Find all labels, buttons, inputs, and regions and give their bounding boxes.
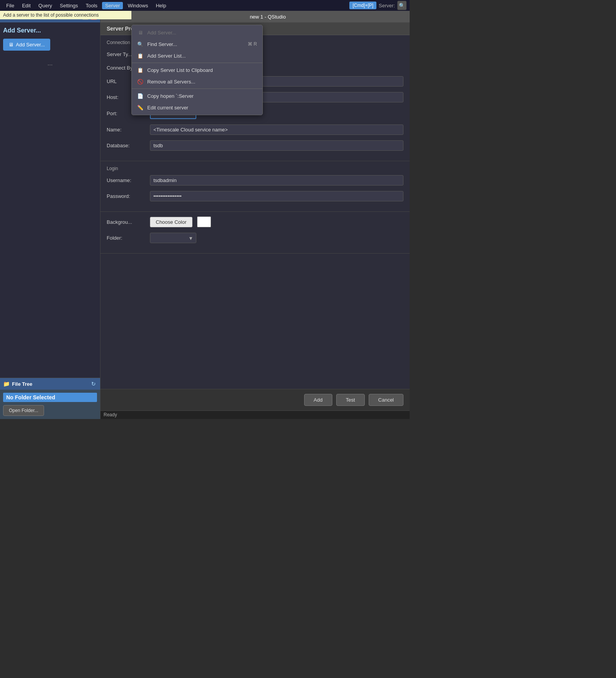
cmd-shortcut-btn[interactable]: [Cmd]+[P] [349,2,376,9]
file-tree-header: 📁 File Tree ↻ [0,378,100,390]
tooltip-text: Add a server to the list of possible con… [3,12,99,18]
menu-tools[interactable]: Tools [83,2,100,9]
background-section: Backgrou... Choose Color Folder: ▼ [100,212,410,254]
copy-server-list-icon: 📋 [137,67,143,73]
window-title: new 1 - QStudio [250,14,286,20]
menu-query[interactable]: Query [35,2,55,9]
server-search-icon: 🔍 [399,3,405,9]
color-preview[interactable] [197,216,211,227]
add-server-list-icon: 📋 [137,53,143,59]
login-section-title: Login [107,166,403,171]
folder-label: Folder: [107,235,145,241]
status-bar: Ready [100,411,410,419]
dropdown-edit-server-label: Edit current server [147,105,188,111]
dropdown-add-server-label: Add Server... [147,30,176,36]
menu-bar: File Edit Query Settings Tools Server Wi… [0,0,410,11]
menu-help[interactable]: Help [153,2,169,9]
dropdown-copy-server-list-label: Copy Server List to Clipboard [147,67,213,73]
server-tree-content: Add Server... 🖥 Add Server... ··· [0,22,100,378]
menu-file[interactable]: File [3,2,17,9]
database-row: Database: [107,140,403,151]
no-folder-label: No Folder Selected [3,393,97,402]
dropdown-add-server-list-label: Add Server List... [147,53,186,59]
name-label: Name: [107,127,145,133]
dropdown-copy-hopen[interactable]: 📄 Copy hopen `:Server [132,90,262,102]
edit-server-icon: ✏️ [137,104,143,111]
status-text: Ready [104,412,117,417]
password-label: Password: [107,193,145,199]
menu-settings[interactable]: Settings [57,2,81,9]
remove-all-servers-icon: 🚫 [137,78,143,85]
add-button[interactable]: Add [304,394,332,406]
username-label: Username: [107,177,145,183]
left-panel: 🖥 Server Tree ↻ ✕ Add Server... 🖥 Add Se… [0,11,100,419]
dropdown-find-server[interactable]: 🔍 Find Server... ⌘ R [132,38,262,50]
username-row: Username: [107,175,403,186]
username-input[interactable] [150,175,403,186]
file-tree-panel: 📁 File Tree ↻ No Folder Selected Open Fo… [0,378,100,419]
background-row: Backgrou... Choose Color [107,216,403,227]
add-server-label: Add Server... [3,26,97,36]
menu-windows[interactable]: Windows [124,2,151,9]
add-server-btn-icon: 🖥 [9,42,14,48]
find-server-icon: 🔍 [137,41,143,47]
folder-select-wrapper: ▼ [150,233,196,243]
folder-row: Folder: ▼ [107,233,403,243]
form-actions: Add Test Cancel [100,389,410,411]
file-tree-refresh-btn[interactable]: ↻ [90,380,97,387]
dropdown-separator-2 [132,89,262,89]
file-tree-content: No Folder Selected Open Folder... [0,390,100,419]
dropdown-find-server-label: Find Server... [147,41,177,47]
name-row: Name: [107,124,403,135]
dropdown-remove-all-servers-label: Remove all Servers... [147,79,195,85]
server-tree-ellipsis: ··· [3,61,97,68]
window-title-bar: new 1 - QStudio [100,11,410,22]
test-button[interactable]: Test [336,394,365,406]
database-label: Database: [107,143,145,148]
folder-select[interactable] [150,233,196,243]
file-tree-title: File Tree [12,381,88,387]
dropdown-add-server[interactable]: 🖥 Add Server... [132,27,262,38]
password-row: Password: [107,191,403,201]
file-tree-icon: 📁 [3,381,10,387]
find-server-shortcut: ⌘ R [248,41,257,47]
login-section: Login Username: Password: [100,161,410,212]
open-folder-btn[interactable]: Open Folder... [3,405,44,416]
background-label: Backgrou... [107,219,145,225]
add-server-icon: 🖥 [137,29,143,36]
dropdown-add-server-list[interactable]: 📋 Add Server List... [132,50,262,61]
dropdown-separator-1 [132,63,262,63]
dropdown-remove-all-servers[interactable]: 🚫 Remove all Servers... [132,76,262,87]
choose-color-btn[interactable]: Choose Color [150,217,192,227]
server-label: Server: [379,3,395,9]
tooltip-bar: Add a server to the list of possible con… [0,11,131,19]
copy-hopen-icon: 📄 [137,93,143,99]
server-search-btn[interactable]: 🔍 [397,1,407,10]
add-server-btn[interactable]: 🖥 Add Server... [3,39,50,51]
cancel-button[interactable]: Cancel [369,394,403,406]
database-input[interactable] [150,140,403,151]
menu-server[interactable]: Server [102,2,123,9]
menu-edit[interactable]: Edit [19,2,34,9]
name-input[interactable] [150,124,403,135]
add-server-btn-label: Add Server... [16,42,45,48]
dropdown-edit-server[interactable]: ✏️ Edit current server [132,102,262,113]
dropdown-copy-hopen-label: Copy hopen `:Server [147,93,194,99]
password-input[interactable] [150,191,403,201]
server-dropdown-menu: 🖥 Add Server... 🔍 Find Server... ⌘ R 📋 A… [131,25,263,115]
dropdown-copy-server-list[interactable]: 📋 Copy Server List to Clipboard [132,64,262,76]
